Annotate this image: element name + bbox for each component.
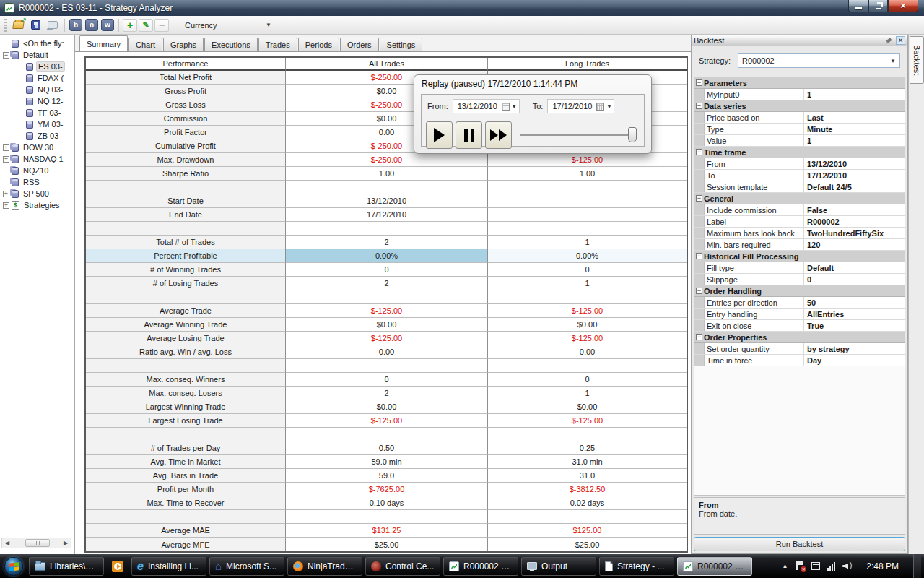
sidebar-item-nq-03[interactable]: NQ 03- bbox=[0, 84, 74, 95]
property-group-time-frame[interactable]: −Time frame bbox=[694, 147, 905, 158]
table-row[interactable]: Largest Losing Trade$-125.00$-125.00 bbox=[86, 414, 687, 428]
expand-icon[interactable]: + bbox=[3, 156, 9, 163]
sidebar-item-dow-30[interactable]: +DOW 30 bbox=[0, 142, 74, 153]
chevron-down-icon[interactable]: ▼ bbox=[606, 104, 611, 109]
tab-executions[interactable]: Executions bbox=[204, 38, 258, 51]
expand-icon[interactable]: + bbox=[3, 191, 9, 197]
table-row[interactable]: Total # of Trades21 bbox=[86, 236, 687, 249]
property-row[interactable]: Entries per direction50 bbox=[694, 297, 905, 309]
tab-settings[interactable]: Settings bbox=[380, 38, 423, 51]
table-row[interactable]: Max. conseq. Losers21 bbox=[86, 387, 687, 400]
property-row[interactable]: Entry handlingAllEntries bbox=[694, 309, 905, 320]
start-button[interactable] bbox=[0, 554, 27, 578]
property-row[interactable]: Value1 bbox=[694, 135, 905, 147]
sidebar-item-tf-03[interactable]: TF 03- bbox=[0, 107, 74, 118]
table-row[interactable]: Largest Winning Trade$0.00$0.00 bbox=[86, 400, 687, 414]
property-row[interactable]: TypeMinute bbox=[694, 124, 905, 135]
edit-button[interactable]: ✎ bbox=[139, 19, 153, 32]
calendar-icon[interactable] bbox=[502, 103, 510, 111]
sidebar-horizontal-scrollbar[interactable]: ◀ ▶ bbox=[1, 538, 71, 548]
tray-expand-icon[interactable]: ▲ bbox=[782, 563, 788, 569]
table-row[interactable]: Average Losing Trade$-125.00$-125.00 bbox=[86, 332, 687, 345]
property-value[interactable]: TwoHundredFiftySix bbox=[804, 228, 905, 238]
open-folder-button[interactable] bbox=[10, 18, 26, 33]
network-icon[interactable] bbox=[827, 562, 835, 571]
display-unit-combo[interactable]: Currency▼ bbox=[182, 19, 274, 32]
collapse-icon[interactable]: − bbox=[3, 52, 9, 59]
tab-summary[interactable]: Summary bbox=[79, 35, 128, 51]
property-row[interactable]: Fill typeDefault bbox=[694, 262, 905, 274]
property-row[interactable]: MyInput01 bbox=[694, 89, 905, 100]
table-row[interactable]: Ratio avg. Win / avg. Loss0.000.00 bbox=[86, 345, 687, 359]
table-spacer-row[interactable] bbox=[86, 290, 687, 304]
sidebar-item-fdax[interactable]: FDAX ( bbox=[0, 72, 74, 84]
tab-orders[interactable]: Orders bbox=[340, 38, 379, 51]
taskbar-item-output[interactable]: Output bbox=[521, 557, 596, 576]
fast-forward-button[interactable] bbox=[485, 121, 512, 149]
property-value[interactable]: AllEntries bbox=[804, 309, 905, 319]
scroll-right-icon[interactable]: ▶ bbox=[61, 540, 71, 546]
table-row[interactable]: Average MAE$131.25$125.00 bbox=[86, 524, 687, 538]
taskbar-item-play[interactable] bbox=[107, 557, 128, 576]
scroll-left-icon[interactable]: ◀ bbox=[2, 540, 12, 546]
save-button[interactable] bbox=[27, 18, 43, 33]
property-group-order-properties[interactable]: −Order Properties bbox=[694, 332, 905, 343]
property-value[interactable]: 120 bbox=[804, 239, 905, 250]
strategy-combo[interactable]: R000002 ▼ bbox=[738, 53, 900, 68]
run-backtest-button[interactable]: Run Backtest bbox=[694, 537, 905, 551]
property-value[interactable]: False bbox=[804, 204, 905, 215]
clock[interactable]: 2:48 PM bbox=[859, 561, 906, 571]
property-row[interactable]: Time in forceDay bbox=[694, 355, 905, 366]
table-row[interactable]: Percent Profitable0.00%0.00% bbox=[86, 249, 687, 263]
pause-button[interactable] bbox=[456, 121, 482, 149]
property-row[interactable]: Session templateDefault 24/5 bbox=[694, 181, 905, 193]
table-row[interactable]: # of Winning Trades00 bbox=[86, 263, 687, 277]
tray-window-icon[interactable] bbox=[811, 562, 820, 570]
backtest-side-tab[interactable]: Backtest bbox=[910, 36, 924, 84]
table-row[interactable]: Average Winning Trade$0.00$0.00 bbox=[86, 318, 687, 332]
expand-icon[interactable]: + bbox=[3, 202, 9, 209]
property-value[interactable]: Minute bbox=[804, 124, 905, 134]
property-row[interactable]: To17/12/2010 bbox=[694, 170, 905, 181]
sidebar-item-es-03[interactable]: ES 03- bbox=[0, 61, 74, 72]
table-row[interactable]: Profit per Month$-7625.00$-3812.50 bbox=[86, 483, 687, 496]
calendar-icon[interactable] bbox=[596, 103, 604, 111]
table-row[interactable]: End Date17/12/2010 bbox=[86, 208, 687, 222]
table-row[interactable]: Avg. Time in Market59.0 min31.0 min bbox=[86, 455, 687, 469]
sidebar-item-zb-03[interactable]: ZB 03- bbox=[0, 130, 74, 142]
table-spacer-row[interactable] bbox=[86, 428, 687, 441]
pin-icon[interactable] bbox=[885, 36, 894, 45]
property-group-parameters[interactable]: −Parameters bbox=[694, 77, 905, 89]
sidebar-item-on-the-fly[interactable]: <On the fly: bbox=[0, 38, 74, 49]
property-value[interactable]: Day bbox=[804, 355, 905, 366]
property-group-historical-fill-processing[interactable]: −Historical Fill Processing bbox=[694, 251, 905, 262]
sidebar-item-rss[interactable]: RSS bbox=[0, 176, 74, 188]
table-row[interactable]: Max. Time to Recover0.10 days0.02 days bbox=[86, 496, 687, 510]
table-row[interactable]: Average MFE$25.00$25.00 bbox=[86, 538, 687, 551]
property-value[interactable]: Default bbox=[804, 262, 905, 273]
collapse-icon[interactable]: − bbox=[696, 288, 702, 294]
slider-thumb[interactable] bbox=[628, 127, 637, 142]
table-spacer-row[interactable] bbox=[86, 510, 687, 524]
collapse-icon[interactable]: − bbox=[696, 253, 702, 259]
property-value[interactable]: 17/12/2010 bbox=[804, 170, 905, 181]
restore-button[interactable] bbox=[868, 0, 888, 12]
property-row[interactable]: Slippage0 bbox=[694, 274, 905, 285]
sidebar-item-ym-03[interactable]: YM 03- bbox=[0, 118, 74, 130]
add-button[interactable]: + bbox=[123, 19, 137, 32]
play-button[interactable] bbox=[426, 121, 453, 149]
collapse-icon[interactable]: − bbox=[696, 79, 702, 86]
table-row[interactable]: Max. conseq. Winners00 bbox=[86, 373, 687, 387]
tab-trades[interactable]: Trades bbox=[258, 38, 297, 51]
sidebar-item-default[interactable]: −Default bbox=[0, 49, 74, 61]
taskbar-item-microsoft-s[interactable]: ⌂Microsoft S... bbox=[209, 557, 284, 576]
property-row[interactable]: Set order quantityby strategy bbox=[694, 343, 905, 355]
table-row[interactable]: Avg. Bars in Trade59.031.0 bbox=[86, 469, 687, 483]
taskbar-item-control-ce[interactable]: Control Ce... bbox=[365, 557, 440, 576]
taskbar-item-installing-li[interactable]: eInstalling Li... bbox=[131, 557, 206, 576]
property-value[interactable]: R000002 bbox=[804, 216, 905, 227]
sidebar-item-nqz10[interactable]: NQZ10 bbox=[0, 165, 74, 176]
remove-button[interactable]: − bbox=[154, 19, 169, 32]
replay-from-field[interactable]: 13/12/2010 ▼ bbox=[453, 99, 520, 113]
property-row[interactable]: Maximum bars look backTwoHundredFiftySix bbox=[694, 228, 905, 239]
